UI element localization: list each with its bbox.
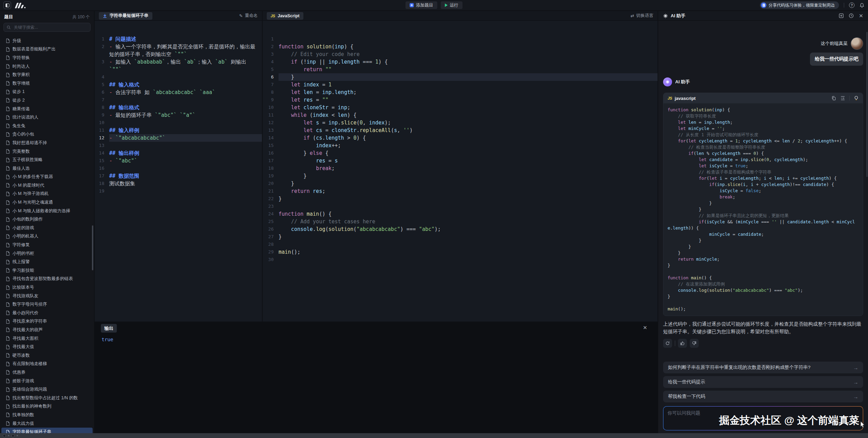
sidebar-item[interactable]: 线上报警 <box>1 258 93 266</box>
new-chat-icon[interactable] <box>839 13 844 18</box>
sidebar-item[interactable]: 寻找游戏队友 <box>1 292 93 300</box>
thumbs-down-icon[interactable] <box>690 339 699 348</box>
sidebar-item[interactable]: 寻找最大的葫芦 <box>1 326 93 334</box>
sidebar-item[interactable]: 兔生兔 <box>1 122 93 130</box>
sidebar-item[interactable]: 完美整数 <box>1 147 93 156</box>
code-line[interactable]: 19 } <box>263 172 658 180</box>
rename-button[interactable]: ✎ 重命名 <box>239 13 258 19</box>
code-line[interactable]: 10 let cloneStr = inp; <box>263 104 658 111</box>
markdown-line[interactable]: 19 <box>95 187 262 195</box>
code-line[interactable]: 20 } <box>263 180 658 187</box>
code-line[interactable]: 27} <box>263 233 658 241</box>
insert-code-icon[interactable] <box>840 96 845 101</box>
markdown-line[interactable]: 1# 问题描述 <box>95 35 262 43</box>
markdown-line[interactable]: 16 <box>95 165 262 172</box>
code-line[interactable]: 28 <box>263 241 658 248</box>
promo-banner[interactable]: 分享代码练习体验，领限量定制周边 <box>760 1 839 9</box>
help-icon[interactable]: ? <box>849 2 855 8</box>
code-line[interactable]: 5 return "" <box>263 66 658 73</box>
code-line[interactable]: 22} <box>263 195 658 203</box>
problem-tab[interactable]: 字符串最短循环子串 <box>99 12 152 20</box>
close-icon[interactable]: ✕ <box>643 325 647 331</box>
code-line[interactable]: 6 } <box>263 73 658 81</box>
thumbs-up-icon[interactable] <box>678 339 687 348</box>
sidebar-item[interactable]: 糖果传递 <box>1 105 93 113</box>
sidebar-item[interactable]: 数字增殖 <box>1 79 93 88</box>
switch-language-button[interactable]: ⇄ 切换语言 <box>631 13 653 19</box>
code-line[interactable]: 3 // Edit your code here <box>263 50 658 58</box>
sidebar-item[interactable]: 比较版本号 <box>1 283 93 292</box>
markdown-line[interactable]: 10 <box>95 119 262 127</box>
code-line[interactable]: 14 if (cs.length > 0) { <box>263 134 658 142</box>
markdown-line[interactable]: 7 <box>95 96 262 104</box>
suggestion-chip[interactable]: 如何判断子串在原字符串中重复出现的次数是否刚好构成整个字符串?→ <box>663 362 863 373</box>
user-avatar[interactable] <box>851 37 863 50</box>
code-line[interactable]: 26 console.log(solution("abcabcabcabc") … <box>263 225 658 233</box>
code-line[interactable]: 11 while (index < len) { <box>263 111 658 119</box>
markdown-lines[interactable]: 1# 问题描述2- 输入一个字符串，判断其是否完全循环，若是循环的，输出最短的循… <box>95 21 262 321</box>
markdown-line[interactable]: 6- 合法字符串 如 `abcabcabcabc` `aaa` <box>95 88 262 96</box>
markdown-line[interactable]: 5## 输入格式 <box>95 81 262 88</box>
sidebar-item[interactable]: 字符串最短循环子串 <box>1 428 93 433</box>
sidebar-item[interactable]: 五子棋获胜策略 <box>1 156 93 164</box>
sidebar-item[interactable]: 找出整型数组中占比超过 1/N 的数 <box>1 394 93 402</box>
code-line[interactable]: 12 let s = inp.slice(0, index); <box>263 119 658 127</box>
code-line[interactable]: 13 let cs = cloneStr.replaceAll(s, '') <box>263 127 658 134</box>
sidebar-item[interactable]: 小包的数列操作 <box>1 215 93 224</box>
code-line[interactable]: 7 let index = 1 <box>263 81 658 88</box>
sidebar-toggle-icon[interactable] <box>3 1 11 9</box>
code-line[interactable]: 8 let len = inp.length; <box>263 88 658 96</box>
search-box[interactable] <box>3 23 91 32</box>
code-line[interactable]: 4 if (!inp || inp.length === 1) { <box>263 58 658 66</box>
sidebar-item[interactable]: 有点限制地走楼梯 <box>1 360 93 369</box>
code-line[interactable]: 23 <box>263 203 658 210</box>
code-line[interactable]: 25 // Add your test cases here <box>263 218 658 225</box>
code-line[interactable]: 9 let res = "" <box>263 96 658 104</box>
code-line[interactable]: 29main(); <box>263 248 658 256</box>
code-line[interactable]: 16 } else { <box>263 149 658 157</box>
markdown-line[interactable]: 17## 数据范围 <box>95 172 262 180</box>
regenerate-icon[interactable] <box>663 339 672 348</box>
markdown-line[interactable]: 14## 输出样例 <box>95 149 262 157</box>
sidebar-item[interactable]: 寻找最大面积 <box>1 334 93 343</box>
lightbulb-icon[interactable] <box>854 96 859 101</box>
sidebar-item[interactable]: 升级 <box>1 37 93 45</box>
code-line[interactable]: 24function main() { <box>263 210 658 218</box>
markdown-line[interactable]: 2- 输入一个字符串，判断其是否完全循环，若是循环的，输出最短的循环子串，否则输… <box>95 43 262 58</box>
sidebar-item[interactable]: 数据表是否能顺利产出 <box>1 45 93 54</box>
code-line[interactable]: 30 <box>263 256 658 263</box>
markdown-line[interactable]: 11## 输入样例 <box>95 127 262 134</box>
code-line[interactable]: 2function solution(inp) { <box>263 43 658 50</box>
markdown-line[interactable]: 9- 最短的循环子串 `"abc"` `"a"` <box>95 111 262 119</box>
sidebar-scrollbar[interactable] <box>92 225 93 270</box>
markdown-line[interactable]: 13 <box>95 142 262 149</box>
sidebar-item[interactable]: 小超的游戏 <box>1 224 93 232</box>
markdown-line[interactable]: 18测试数据集 <box>95 180 262 187</box>
sidebar-item[interactable]: 英雄组合游戏问题 <box>1 385 93 394</box>
code-line[interactable]: 1 <box>263 35 658 43</box>
output-tab[interactable]: 输出 <box>101 324 117 333</box>
chat-input-placeholder[interactable]: 你可以问我问题 <box>663 407 863 430</box>
sidebar-item[interactable]: 寻找原来的字符串 <box>1 317 93 326</box>
chat-input[interactable]: 你可以问我问题 <box>663 406 863 430</box>
sidebar-item[interactable]: 数字字母问号排序 <box>1 300 93 309</box>
code-line[interactable]: 15 index++; <box>263 142 658 149</box>
sidebar-item[interactable]: 小明的机器人 <box>1 232 93 241</box>
sidebar-item[interactable]: 统计说谎的人 <box>1 113 93 122</box>
sidebar-item[interactable]: 最佳人选 <box>1 164 93 173</box>
markdown-line[interactable]: 12- `"abcabcabcabc"` <box>95 134 262 142</box>
sidebar-item[interactable]: 最小趋同代价 <box>1 309 93 317</box>
copy-icon[interactable] <box>831 96 836 101</box>
code-line[interactable]: 17 res = s <box>263 157 658 165</box>
markdown-line[interactable]: 4 <box>95 73 262 81</box>
sidebar-item[interactable]: 优惠券 <box>1 368 93 377</box>
sidebar-item[interactable]: 摇骰子游戏 <box>1 377 93 385</box>
sidebar-item[interactable]: 小 M 与狼人拯救者的能力选择 <box>1 207 93 215</box>
code-line[interactable]: 21 return res; <box>263 187 658 195</box>
sidebar-item[interactable]: 寻找包含斐波那契数最多的链表 <box>1 275 93 283</box>
suggestion-chip[interactable]: 帮我检查一下代码→ <box>663 391 863 402</box>
code-line[interactable]: 18 break; <box>263 165 658 172</box>
markdown-line[interactable]: 15- `"abc"` <box>95 157 262 165</box>
sidebar-item[interactable]: 硬币凑数 <box>1 351 93 360</box>
sidebar-item[interactable]: 小 M 的多任务下载器 <box>1 173 93 181</box>
